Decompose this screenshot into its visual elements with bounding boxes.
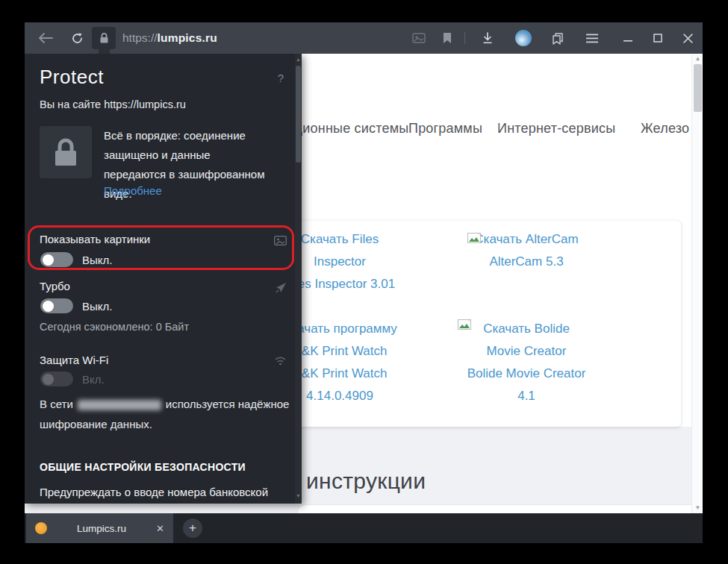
close-icon xyxy=(683,34,693,43)
maximize-button[interactable] xyxy=(643,22,673,54)
active-tab[interactable]: Lumpics.ru ✕ xyxy=(26,513,173,543)
screenshot-icon xyxy=(412,33,426,43)
refresh-icon xyxy=(71,32,84,45)
page-content: Операционные системыПрограммыИнтернет-се… xyxy=(25,54,703,513)
wifi-note-before: В сети xyxy=(40,398,73,410)
screen: https://lumpics.ru xyxy=(0,0,728,564)
close-button[interactable] xyxy=(673,22,703,54)
maximize-icon xyxy=(653,34,662,43)
back-arrow-icon xyxy=(38,33,53,43)
page-scrollbar[interactable]: ▲ ▼ xyxy=(691,54,703,513)
scroll-down-arrow[interactable]: ▼ xyxy=(692,503,703,513)
broken-image-icon xyxy=(467,233,481,243)
bookmark-button[interactable] xyxy=(434,22,461,54)
toolbar-divider xyxy=(464,32,465,44)
panel-scrollbar[interactable]: ▲ ▼ xyxy=(295,54,302,504)
protect-panel: Protect ? Вы на сайте https://lumpics.ru… xyxy=(25,54,302,504)
site-favicon xyxy=(35,522,47,534)
screenshot-button[interactable] xyxy=(405,22,432,54)
blurred-network-name xyxy=(78,400,161,410)
scroll-up-arrow[interactable]: ▲ xyxy=(692,54,703,64)
tab-title: Lumpics.ru xyxy=(47,523,156,534)
tab-close-icon[interactable]: ✕ xyxy=(156,523,164,534)
back-button[interactable] xyxy=(31,22,60,54)
panel-anchor-notch xyxy=(99,47,110,54)
download-item: Скачать Bolide Movie CreatorBolide Movie… xyxy=(452,318,601,407)
tab-bar: Lumpics.ru ✕ + xyxy=(25,513,703,543)
minimize-button[interactable] xyxy=(613,22,643,54)
page-scroll-thumb[interactable] xyxy=(694,64,702,112)
download-caption[interactable]: Bolide Movie Creator 4.1 xyxy=(459,363,594,407)
new-tab-button[interactable]: + xyxy=(183,518,202,538)
browser-toolbar: https://lumpics.ru xyxy=(25,22,703,54)
menu-button[interactable] xyxy=(577,22,607,54)
url-host: lumpics.ru xyxy=(158,31,217,45)
settings-section-header: ОБЩИЕ НАСТРОЙКИ БЕЗОПАСНОСТИ xyxy=(40,461,246,473)
nav-item[interactable]: Железо xyxy=(641,121,689,137)
address-bar[interactable]: https://lumpics.ru xyxy=(122,22,217,54)
refresh-button[interactable] xyxy=(63,22,90,54)
panel-scroll-up-arrow[interactable]: ▲ xyxy=(295,55,302,64)
collections-icon xyxy=(551,32,564,45)
download-icon xyxy=(482,32,494,44)
broken-image-icon xyxy=(458,319,471,330)
lock-icon xyxy=(99,32,109,44)
browser-window: https://lumpics.ru xyxy=(25,22,703,543)
download-caption[interactable]: AlterCam 5.3 xyxy=(452,251,601,273)
panel-scroll-thumb[interactable] xyxy=(296,66,301,163)
settings-item[interactable]: Предупреждать о вводе номера банковской xyxy=(40,486,268,498)
downloads-button[interactable] xyxy=(473,22,503,54)
wifi-toggle-state: Вкл. xyxy=(82,373,105,386)
wifi-note: В сетииспользуется надёжное шифрование д… xyxy=(40,394,290,434)
download-link[interactable]: Скачать Bolide Movie Creator xyxy=(476,318,577,363)
minimize-icon xyxy=(623,34,632,43)
panel-scroll-down-arrow[interactable]: ▼ xyxy=(295,492,302,501)
wifi-toggle-group: Вкл. xyxy=(25,54,302,504)
section-heading: инструкции xyxy=(306,469,426,494)
nav-item[interactable]: Интернет-сервисы xyxy=(497,121,615,137)
avatar xyxy=(515,30,532,46)
site-security-button[interactable] xyxy=(92,27,116,49)
url-scheme: https:// xyxy=(122,31,158,45)
bookmark-icon xyxy=(443,33,452,44)
wifi-toggle[interactable] xyxy=(40,372,73,386)
next-card-top xyxy=(297,504,703,513)
profile-button[interactable] xyxy=(508,22,538,54)
nav-item[interactable]: Программы xyxy=(408,121,482,137)
collections-button[interactable] xyxy=(543,22,573,54)
hamburger-icon xyxy=(586,34,598,43)
download-link[interactable]: Скачать Files Inspector xyxy=(293,228,387,273)
